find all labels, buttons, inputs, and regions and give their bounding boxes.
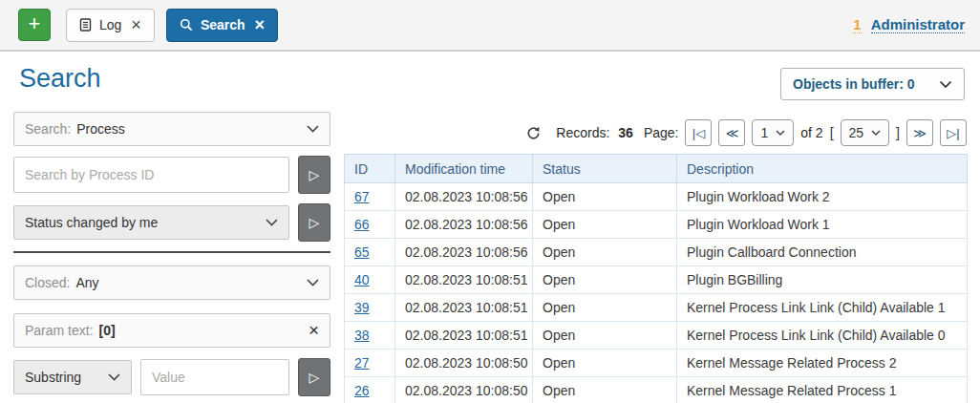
status-changed-search-button[interactable]: ▷ bbox=[298, 203, 330, 242]
process-id-link[interactable]: 27 bbox=[354, 355, 370, 371]
table-row: 39 02.08.2023 10:08:51 Open Kernel Proce… bbox=[345, 294, 968, 322]
closed-label: Closed: bbox=[25, 275, 70, 290]
cell-modification-time: 02.08.2023 10:08:56 bbox=[395, 183, 533, 211]
column-header-status[interactable]: Status bbox=[533, 155, 677, 183]
page-size-select[interactable]: 25 bbox=[841, 119, 890, 146]
submit-arrow-icon: ▷ bbox=[309, 370, 320, 385]
search-type-value: Process bbox=[76, 121, 125, 137]
table-row: 26 02.08.2023 10:08:50 Open Kernel Messa… bbox=[345, 377, 968, 403]
table-row: 67 02.08.2023 10:08:56 Open Plugin Workl… bbox=[345, 183, 968, 211]
tab-log[interactable]: Log × bbox=[66, 9, 155, 42]
last-page-button[interactable]: ▷| bbox=[940, 119, 967, 146]
chevron-down-icon bbox=[307, 279, 319, 286]
cell-modification-time: 02.08.2023 10:08:56 bbox=[395, 239, 533, 266]
close-icon[interactable]: × bbox=[255, 16, 266, 33]
process-id-link[interactable]: 65 bbox=[354, 244, 370, 260]
main-content: Search: Process ▷ Status changed by me bbox=[0, 104, 980, 403]
records-label: Records: bbox=[556, 125, 609, 140]
cell-modification-time: 02.08.2023 10:08:51 bbox=[395, 266, 533, 294]
cell-description: Plugin BGBilling bbox=[677, 266, 968, 294]
process-id-link[interactable]: 26 bbox=[354, 383, 370, 398]
cell-modification-time: 02.08.2023 10:08:56 bbox=[395, 211, 533, 239]
cell-id: 27 bbox=[345, 350, 395, 377]
cell-id: 38 bbox=[345, 322, 395, 350]
status-changed-value: Status changed by me bbox=[25, 215, 158, 230]
param-search-button[interactable]: ▷ bbox=[298, 358, 330, 396]
cell-modification-time: 02.08.2023 10:08:51 bbox=[395, 322, 533, 350]
process-id-search-button[interactable]: ▷ bbox=[298, 156, 330, 194]
search-type-select[interactable]: Search: Process bbox=[13, 112, 330, 146]
cell-description: Kernel Message Related Process 2 bbox=[677, 350, 968, 377]
cell-id: 26 bbox=[345, 377, 395, 403]
cell-id: 39 bbox=[345, 294, 395, 322]
records-count: 36 bbox=[618, 125, 633, 140]
status-changed-select[interactable]: Status changed by me bbox=[13, 205, 289, 240]
process-id-link[interactable]: 38 bbox=[354, 328, 370, 343]
process-id-link[interactable]: 39 bbox=[354, 300, 370, 315]
user-area: 1 Administrator bbox=[853, 16, 969, 33]
cell-description: Kernel Process Link Link (Child) Availab… bbox=[677, 322, 968, 350]
process-id-input[interactable] bbox=[13, 157, 289, 193]
param-value-input[interactable] bbox=[140, 359, 289, 395]
page-number-select[interactable]: 1 bbox=[752, 119, 794, 146]
page-label: Page: bbox=[644, 125, 679, 140]
add-tab-button[interactable]: + bbox=[18, 9, 51, 41]
search-icon bbox=[180, 18, 193, 32]
table-row: 38 02.08.2023 10:08:51 Open Kernel Proce… bbox=[345, 322, 968, 350]
refresh-icon[interactable] bbox=[525, 125, 542, 141]
cell-status: Open bbox=[533, 239, 677, 266]
close-icon[interactable]: × bbox=[309, 320, 319, 341]
closed-select[interactable]: Closed: Any bbox=[13, 265, 330, 300]
column-header-modification-time[interactable]: Modification time bbox=[395, 155, 533, 183]
page-size-value: 25 bbox=[849, 125, 864, 140]
cell-status: Open bbox=[533, 350, 677, 377]
column-header-id[interactable]: ID bbox=[345, 155, 395, 183]
cell-status: Open bbox=[533, 294, 677, 322]
bracket-open: [ bbox=[830, 125, 834, 140]
match-mode-value: Substring bbox=[25, 370, 81, 385]
process-id-link[interactable]: 66 bbox=[354, 217, 370, 232]
results-table: ID Modification time Status Description … bbox=[344, 154, 968, 403]
page-total-label: of 2 bbox=[800, 125, 822, 140]
process-id-link[interactable]: 40 bbox=[354, 272, 370, 287]
table-row: 66 02.08.2023 10:08:56 Open Plugin Workl… bbox=[345, 211, 968, 239]
page-header: Search Objects in buffer: 0 bbox=[0, 52, 980, 104]
table-row: 40 02.08.2023 10:08:51 Open Plugin BGBil… bbox=[345, 266, 968, 294]
cell-status: Open bbox=[533, 322, 677, 350]
process-id-link[interactable]: 67 bbox=[354, 189, 370, 204]
cell-id: 67 bbox=[345, 183, 395, 211]
cell-description: Kernel Process Link Link (Child) Availab… bbox=[677, 294, 968, 322]
page-title: Search bbox=[19, 64, 101, 94]
next-page-button[interactable]: ≫ bbox=[906, 119, 933, 146]
cell-status: Open bbox=[533, 211, 677, 239]
match-mode-select[interactable]: Substring bbox=[13, 360, 132, 394]
prev-page-button[interactable]: ≪ bbox=[718, 119, 745, 146]
cell-modification-time: 02.08.2023 10:08:50 bbox=[395, 377, 533, 403]
tab-search[interactable]: Search × bbox=[166, 9, 278, 42]
search-filters-panel: Search: Process ▷ Status changed by me bbox=[13, 112, 330, 403]
table-header-row: ID Modification time Status Description bbox=[345, 155, 968, 183]
objects-in-buffer-button[interactable]: Objects in buffer: 0 bbox=[780, 68, 965, 100]
cell-status: Open bbox=[533, 266, 677, 294]
close-icon[interactable]: × bbox=[131, 16, 141, 33]
column-header-description[interactable]: Description bbox=[677, 155, 968, 183]
cell-description: Plugin Workload Work 1 bbox=[677, 211, 968, 239]
cell-id: 66 bbox=[345, 211, 395, 239]
tab-log-label: Log bbox=[99, 17, 121, 32]
first-page-button[interactable]: |◁ bbox=[685, 119, 712, 146]
table-row: 27 02.08.2023 10:08:50 Open Kernel Messa… bbox=[345, 350, 968, 377]
param-text-value: [0] bbox=[99, 323, 116, 338]
cell-modification-time: 02.08.2023 10:08:50 bbox=[395, 350, 533, 377]
cell-modification-time: 02.08.2023 10:08:51 bbox=[395, 294, 533, 322]
chevron-down-icon bbox=[266, 219, 278, 226]
chevron-down-icon bbox=[307, 125, 319, 133]
cell-description: Kernel Message Related Process 1 bbox=[677, 377, 968, 403]
current-user-link[interactable]: Administrator bbox=[871, 16, 965, 33]
chevron-down-icon bbox=[871, 130, 881, 137]
cell-description: Plugin Callboard Connection bbox=[677, 239, 968, 266]
results-area: Records: 36 Page: |◁ ≪ 1 of 2 [ 25 ] ≫ ▷… bbox=[344, 104, 968, 403]
filter-divider bbox=[13, 251, 330, 253]
param-text-filter[interactable]: Param text: [0] × bbox=[13, 313, 330, 348]
notification-count-badge[interactable]: 1 bbox=[853, 16, 861, 33]
objects-in-buffer-label: Objects in buffer: 0 bbox=[793, 76, 915, 92]
